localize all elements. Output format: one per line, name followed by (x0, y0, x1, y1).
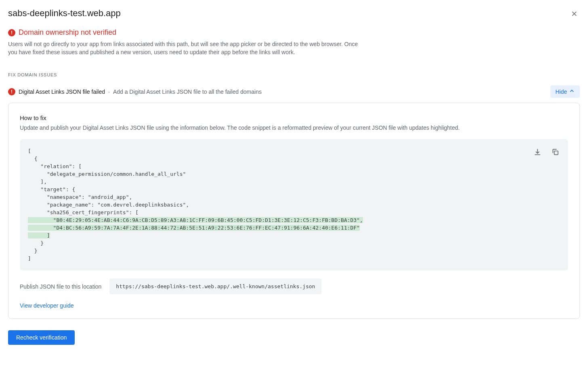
code-block: [ { "relation": [ "delegate_permission/c… (20, 139, 568, 270)
publish-url: https://sabs-deeplinks-test.web.app/.wel… (109, 278, 321, 294)
issue-subtitle: Add a Digital Asset Links JSON file to a… (113, 89, 262, 95)
error-title: Domain ownership not verified (19, 28, 116, 37)
fix-description: Update and publish your Digital Asset Li… (20, 124, 568, 131)
error-description: Users will not go directly to your app f… (8, 40, 359, 56)
hide-toggle-label: Hide (555, 89, 567, 95)
page-title: sabs-deeplinks-test.web.app (8, 8, 121, 19)
copy-button[interactable] (549, 146, 562, 160)
fix-card: How to fix Update and publish your Digit… (8, 103, 580, 319)
highlighted-line: "D4:BC:56:A9:59:7A:7A:4F:2E:1A:88:44:72:… (28, 225, 360, 231)
fix-title: How to fix (20, 114, 568, 121)
error-icon: ! (8, 88, 15, 95)
close-icon (570, 13, 578, 19)
highlighted-line: ] (28, 232, 50, 238)
issue-title: Digital Asset Links JSON file failed (19, 89, 105, 95)
download-button[interactable] (531, 146, 544, 160)
section-label: FIX DOMAIN ISSUES (8, 72, 580, 77)
copy-icon (551, 148, 559, 157)
download-icon (533, 148, 542, 157)
svg-rect-2 (554, 151, 558, 155)
code-snippet: [ { "relation": [ "delegate_permission/c… (28, 147, 560, 262)
developer-guide-link[interactable]: View developer guide (20, 302, 74, 309)
separator-dot: · (108, 89, 110, 95)
publish-label: Publish JSON file to this location (20, 283, 101, 290)
highlighted-line: "B0:4E:29:05:4E:AB:44:C6:9A:CB:D5:89:A3:… (28, 217, 363, 223)
recheck-button[interactable]: Recheck verification (8, 330, 75, 345)
error-icon: ! (8, 29, 15, 36)
chevron-up-icon (569, 88, 575, 95)
hide-toggle-button[interactable]: Hide (550, 85, 580, 98)
close-button[interactable] (569, 8, 580, 21)
